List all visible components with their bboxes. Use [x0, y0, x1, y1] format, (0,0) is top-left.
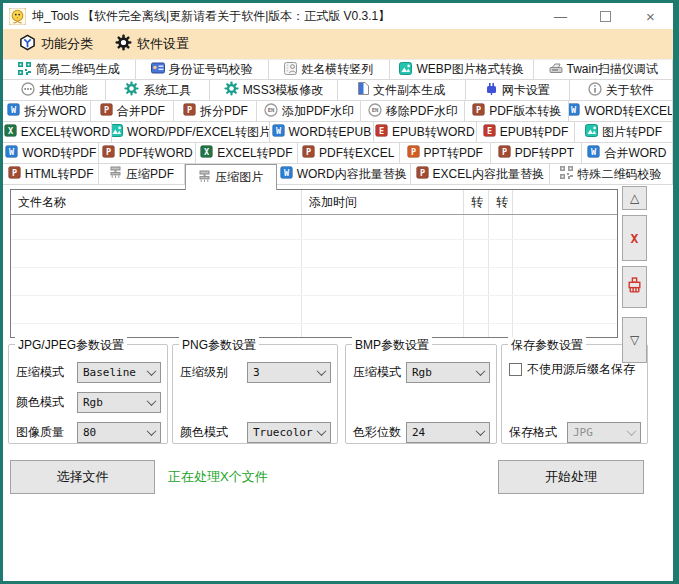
- btn-word-to-excel[interactable]: WWORD转EXCEL: [569, 101, 673, 122]
- col-convert-a[interactable]: 转: [464, 190, 489, 214]
- start-process-button[interactable]: 开始处理: [498, 460, 644, 494]
- btn-about-software[interactable]: 关于软件: [570, 80, 673, 101]
- word-icon: W: [569, 103, 580, 119]
- svg-text:W: W: [571, 105, 577, 115]
- bmp-compress-mode-select[interactable]: Rgb: [406, 362, 490, 383]
- en-icon: EN: [368, 103, 382, 120]
- btn-add-pdf-watermark[interactable]: EN添加PDF水印: [257, 101, 361, 122]
- menu-item-label: 功能分类: [41, 35, 93, 53]
- btn-excel-batch-replace[interactable]: PEXCEL内容批量替换: [411, 164, 550, 185]
- svg-text:EN: EN: [268, 107, 275, 113]
- btn-split-pdf[interactable]: P拆分PDF: [174, 101, 257, 122]
- btn-pdf-to-ppt[interactable]: PPDF转PPT: [491, 143, 582, 164]
- btn-compress-pdf[interactable]: 压缩PDF: [99, 164, 185, 185]
- image-icon: [585, 124, 598, 140]
- svg-text:X: X: [204, 147, 209, 157]
- png-compress-level-select[interactable]: 3: [247, 362, 331, 383]
- btn-merge-word[interactable]: W合并WORD: [582, 143, 673, 164]
- idcard-icon: [151, 62, 165, 77]
- file-list-table[interactable]: 文件名称添加时间转转: [10, 189, 618, 338]
- chevron-down-icon: [147, 366, 157, 376]
- toolbar-row: W拆分WORDP合并PDFP拆分PDFEN添加PDF水印EN移除PDF水印PPD…: [2, 101, 673, 122]
- group-title: BMP参数设置: [352, 337, 432, 354]
- btn-mss3-template[interactable]: MSS3模板修改: [210, 80, 338, 101]
- btn-word-batch-replace[interactable]: WWORD内容批量替换: [277, 164, 411, 185]
- bmp-bit-depth-select[interactable]: 24: [406, 422, 490, 443]
- field-row: 压缩模式Rgb: [353, 361, 490, 383]
- btn-split-word[interactable]: W拆分WORD: [2, 101, 91, 122]
- btn-system-tools[interactable]: 系统工具: [106, 80, 209, 101]
- btn-qr-generate[interactable]: 简易二维码生成: [2, 59, 136, 80]
- selected-value: JPG: [573, 426, 593, 439]
- person-icon: [284, 62, 297, 78]
- btn-special-qr-validate[interactable]: 特殊二维码校验: [550, 164, 673, 185]
- checkbox-box: [509, 363, 522, 376]
- toolbar-button-label: 特殊二维码校验: [577, 166, 661, 183]
- btn-office-to-image[interactable]: WORD/PDF/EXCEL转图片: [112, 122, 270, 143]
- selected-value: Truecolor: [253, 426, 313, 439]
- btn-excel-to-word[interactable]: XEXCEL转WORD: [2, 122, 112, 143]
- toolbar-button-label: WORD内容批量替换: [297, 166, 407, 183]
- maximize-button[interactable]: [583, 3, 628, 29]
- select-files-button[interactable]: 选择文件: [10, 460, 155, 494]
- btn-image-to-pdf[interactable]: 图片转PDF: [575, 122, 673, 143]
- btn-epub-to-word[interactable]: EEPUB转WORD: [374, 122, 477, 143]
- jpg-color-mode-select[interactable]: Rgb: [77, 392, 161, 413]
- col-extra[interactable]: [513, 190, 617, 214]
- selected-value: 24: [412, 426, 425, 439]
- col-add-time[interactable]: 添加时间: [302, 190, 464, 214]
- clear-list-button[interactable]: [622, 266, 647, 308]
- clamp-icon: [109, 166, 122, 182]
- btn-ppt-to-pdf[interactable]: PPPT转PDF: [400, 143, 491, 164]
- btn-word-to-epub[interactable]: WWORD转EPUB: [270, 122, 373, 143]
- btn-remove-pdf-watermark[interactable]: EN移除PDF水印: [361, 101, 465, 122]
- toolbar-button-label: EXCEL转PDF: [217, 145, 292, 162]
- param-group: PNG参数设置压缩级别3颜色模式Truecolor: [172, 344, 338, 444]
- gear-icon: [124, 81, 139, 99]
- move-up-button[interactable]: △: [622, 186, 647, 210]
- png-color-mode-select[interactable]: Truecolor: [247, 422, 331, 443]
- jpg-compress-mode-select[interactable]: Baseline: [77, 362, 161, 383]
- btn-epub-to-pdf[interactable]: EEPUB转PDF: [477, 122, 575, 143]
- no-source-ext-checkbox[interactable]: 不使用源后缀名保存: [509, 361, 635, 378]
- btn-excel-to-pdf[interactable]: XEXCEL转PDF: [196, 143, 298, 164]
- toolbar-button-label: 拆分WORD: [24, 103, 86, 120]
- field-row: 图像质量80: [16, 421, 161, 443]
- btn-file-copy[interactable]: 文件副本生成: [338, 80, 466, 101]
- menu-function-category[interactable]: 功能分类: [13, 32, 99, 56]
- move-down-button[interactable]: ▽: [622, 317, 647, 363]
- dots-icon: [21, 82, 35, 99]
- minimize-button[interactable]: —: [538, 3, 583, 29]
- pdf-icon: P: [100, 103, 113, 119]
- svg-text:P: P: [106, 147, 111, 157]
- btn-webp-convert[interactable]: WEBP图片格式转换: [390, 59, 534, 80]
- delete-file-button[interactable]: X: [622, 215, 647, 261]
- close-button[interactable]: ×: [628, 3, 673, 29]
- svg-text:W: W: [275, 126, 281, 136]
- column-separator: [463, 215, 464, 337]
- col-file-name[interactable]: 文件名称: [11, 190, 302, 214]
- toolbar-button-label: MSS3模板修改: [243, 82, 324, 99]
- btn-word-to-pdf[interactable]: WWORD转PDF: [2, 143, 99, 164]
- btn-id-validate[interactable]: 身份证号码校验: [136, 59, 269, 80]
- col-convert-b[interactable]: 转: [489, 190, 513, 214]
- btn-other-functions[interactable]: 其他功能: [2, 80, 106, 101]
- toolbar-button-label: PDF转PPT: [515, 145, 574, 162]
- param-group: BMP参数设置压缩模式Rgb色彩位数24: [345, 344, 497, 444]
- word-icon: W: [587, 145, 600, 161]
- jpg-quality-select[interactable]: 80: [77, 422, 161, 443]
- word-icon: W: [7, 103, 20, 119]
- btn-merge-pdf[interactable]: P合并PDF: [91, 101, 174, 122]
- btn-twain-debug[interactable]: Twain扫描仪调试: [534, 59, 673, 80]
- btn-pdf-to-word[interactable]: PPDF转WORD: [99, 143, 195, 164]
- toolbar-button-label: EXCEL转WORD: [21, 124, 110, 141]
- btn-pdf-version[interactable]: PPDF版本转换: [465, 101, 569, 122]
- tab-compress-image[interactable]: 压缩图片: [185, 164, 277, 190]
- btn-pdf-to-excel[interactable]: PPDF转EXCEL: [298, 143, 400, 164]
- btn-network-settings[interactable]: 网卡设置: [466, 80, 569, 101]
- hexagon-y-icon: [19, 34, 36, 54]
- btn-name-transpose[interactable]: 姓名横转竖列: [269, 59, 390, 80]
- menu-software-settings[interactable]: 软件设置: [109, 32, 195, 56]
- btn-html-to-pdf[interactable]: PHTML转PDF: [2, 164, 99, 185]
- selected-value: Rgb: [83, 396, 103, 409]
